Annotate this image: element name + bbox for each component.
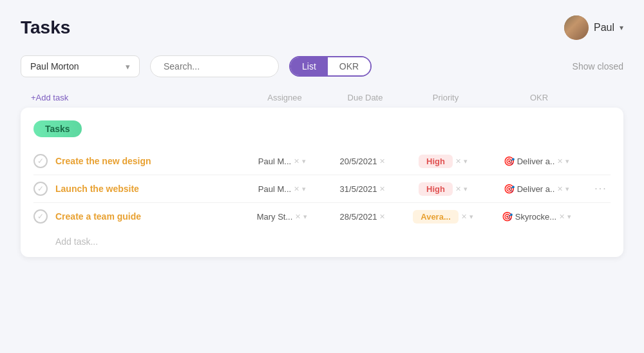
assignee-chevron-icon[interactable]: ▾ bbox=[303, 213, 307, 221]
okr-icon: 🎯 bbox=[504, 184, 515, 194]
assignee-label: Paul Morton bbox=[30, 61, 79, 72]
tasks-card: Tasks ✓ Create the new design Paul M... … bbox=[21, 108, 623, 257]
assignee-chevron-icon[interactable]: ▾ bbox=[302, 157, 306, 166]
okr-chevron-icon[interactable]: ▾ bbox=[567, 213, 571, 221]
task-assignee-cell: Paul M... ✕ ▾ bbox=[243, 157, 321, 166]
duedate-remove-icon[interactable]: ✕ bbox=[379, 157, 385, 166]
task-duedate-value: 31/5/2021 bbox=[340, 184, 377, 194]
task-duedate-value: 28/5/2021 bbox=[340, 212, 377, 222]
task-check-icon[interactable]: ✓ bbox=[33, 154, 48, 168]
user-chevron-icon: ▾ bbox=[620, 23, 623, 32]
task-duedate-value: 20/5/2021 bbox=[340, 157, 377, 166]
task-okr-cell: 🎯 Skyrocke... ✕ ▾ bbox=[482, 211, 591, 222]
list-view-button[interactable]: List bbox=[290, 57, 328, 75]
toolbar: Paul Morton ▾ List OKR Show closed bbox=[21, 55, 623, 77]
task-okr-value: Skyrocke... bbox=[515, 212, 556, 222]
task-assignee-cell: Paul M... ✕ ▾ bbox=[243, 184, 321, 194]
table-row: ✓ Create the new design Paul M... ✕ ▾ 20… bbox=[33, 148, 611, 175]
priority-chevron-icon[interactable]: ▾ bbox=[464, 185, 468, 193]
task-priority-cell: Avera... ✕ ▾ bbox=[404, 210, 482, 224]
task-priority-cell: High ✕ ▾ bbox=[404, 182, 482, 196]
priority-badge[interactable]: Avera... bbox=[413, 210, 459, 224]
user-name: Paul bbox=[594, 22, 614, 33]
view-toggle: List OKR bbox=[289, 56, 372, 77]
okr-remove-icon[interactable]: ✕ bbox=[559, 213, 565, 221]
task-okr-cell: 🎯 Deliver a.. ✕ ▾ bbox=[482, 184, 591, 194]
assignee-chevron-icon[interactable]: ▾ bbox=[302, 185, 306, 193]
task-list: ✓ Create the new design Paul M... ✕ ▾ 20… bbox=[33, 148, 611, 230]
okr-column-header: OKR bbox=[484, 93, 594, 102]
task-check-icon[interactable]: ✓ bbox=[33, 182, 48, 196]
task-assignee-value: Paul M... bbox=[258, 157, 291, 166]
task-row-actions: ··· bbox=[591, 183, 611, 195]
priority-remove-icon[interactable]: ✕ bbox=[461, 213, 467, 221]
assignee-chevron-icon: ▾ bbox=[126, 62, 130, 72]
page-title: Tasks bbox=[21, 17, 70, 38]
okr-icon: 🎯 bbox=[504, 156, 515, 166]
assignee-remove-icon[interactable]: ✕ bbox=[294, 157, 299, 166]
okr-icon: 🎯 bbox=[502, 211, 513, 222]
task-assignee-cell: Mary St... ✕ ▾ bbox=[243, 212, 321, 222]
task-more-icon[interactable]: ··· bbox=[594, 183, 607, 195]
assignee-remove-icon[interactable]: ✕ bbox=[294, 185, 299, 193]
duedate-remove-icon[interactable]: ✕ bbox=[379, 213, 385, 221]
priority-chevron-icon[interactable]: ▾ bbox=[464, 157, 468, 166]
avatar bbox=[564, 15, 589, 40]
priority-column-header: Priority bbox=[407, 93, 484, 102]
task-name: Create the new design bbox=[55, 156, 243, 166]
task-name: Launch the website bbox=[55, 184, 243, 194]
task-priority-cell: High ✕ ▾ bbox=[404, 155, 482, 168]
duedate-remove-icon[interactable]: ✕ bbox=[379, 185, 385, 193]
header: Tasks Paul ▾ bbox=[21, 15, 623, 40]
priority-chevron-icon[interactable]: ▾ bbox=[469, 213, 473, 221]
task-okr-value: Deliver a.. bbox=[517, 157, 555, 166]
okr-remove-icon[interactable]: ✕ bbox=[557, 157, 563, 166]
table-row: ✓ Create a team guide Mary St... ✕ ▾ 28/… bbox=[33, 203, 611, 230]
priority-remove-icon[interactable]: ✕ bbox=[455, 185, 461, 193]
okr-remove-icon[interactable]: ✕ bbox=[557, 185, 563, 193]
task-check-icon[interactable]: ✓ bbox=[33, 209, 48, 224]
task-duedate-cell: 28/5/2021 ✕ bbox=[321, 212, 404, 222]
user-menu[interactable]: Paul ▾ bbox=[564, 15, 623, 40]
task-okr-cell: 🎯 Deliver a.. ✕ ▾ bbox=[482, 156, 591, 166]
task-duedate-cell: 31/5/2021 ✕ bbox=[321, 184, 404, 194]
task-duedate-cell: 20/5/2021 ✕ bbox=[321, 157, 404, 166]
assignee-column-header: Assignee bbox=[246, 93, 323, 102]
assignee-dropdown[interactable]: Paul Morton ▾ bbox=[21, 55, 140, 77]
okr-chevron-icon[interactable]: ▾ bbox=[565, 157, 569, 166]
task-name: Create a team guide bbox=[55, 211, 243, 222]
task-assignee-value: Paul M... bbox=[258, 184, 291, 194]
duedate-column-header: Due Date bbox=[323, 93, 407, 102]
table-row: ✓ Launch the website Paul M... ✕ ▾ 31/5/… bbox=[33, 175, 611, 203]
show-closed-toggle[interactable]: Show closed bbox=[573, 61, 623, 72]
task-okr-value: Deliver a.. bbox=[517, 184, 555, 194]
task-assignee-value: Mary St... bbox=[257, 212, 293, 222]
priority-remove-icon[interactable]: ✕ bbox=[455, 157, 461, 166]
assignee-remove-icon[interactable]: ✕ bbox=[295, 213, 301, 221]
add-task-inline[interactable]: Add task... bbox=[33, 230, 611, 247]
column-headers: +Add task Assignee Due Date Priority OKR bbox=[21, 93, 623, 108]
priority-badge[interactable]: High bbox=[419, 182, 453, 196]
tasks-section-label: Tasks bbox=[33, 120, 82, 137]
add-task-header-button[interactable]: +Add task bbox=[31, 93, 68, 102]
priority-badge[interactable]: High bbox=[419, 155, 453, 168]
okr-view-button[interactable]: OKR bbox=[328, 57, 370, 75]
okr-chevron-icon[interactable]: ▾ bbox=[565, 185, 569, 193]
search-input[interactable] bbox=[150, 55, 279, 77]
